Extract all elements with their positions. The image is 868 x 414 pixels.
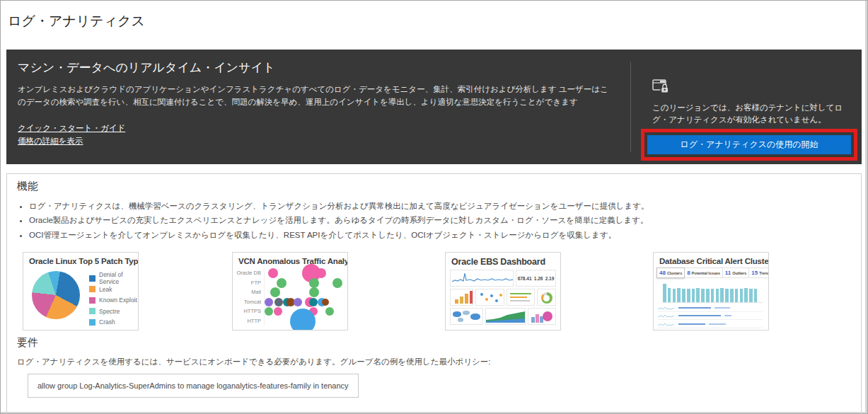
alert-link-line: [678, 315, 721, 316]
alert-bar: [720, 288, 724, 302]
alert-bar: [754, 289, 758, 303]
bubble-category-label: HTTP: [233, 316, 264, 326]
ebs-donut-panel: [537, 289, 556, 306]
thumbnail-ebs-dashboard: Oracle EBS Dashboard 678.411.262.19: [445, 252, 561, 330]
pricing-details-link[interactable]: 価格の詳細を表示: [18, 136, 83, 146]
alert-tab-count: 11: [725, 270, 731, 276]
alert-tab-count: 8: [687, 270, 690, 276]
ebs-metric: 678.41: [518, 276, 532, 281]
bubble-chart-category-labels: Oracle DBFTPMailTomcatHTTPSHTTP: [233, 268, 264, 326]
alert-tab-trends: 15Trends: [749, 268, 769, 278]
bubble: [290, 309, 316, 331]
ebs-row: [450, 308, 556, 325]
alert-bar: [701, 289, 705, 303]
features-list: ログ・アナリティクスは、機械学習ベースのクラスタリング、トランザクション分析およ…: [17, 199, 851, 242]
thumbnail-alert-clusters: Database Critical Alert Clusters 48Clust…: [653, 252, 769, 330]
start-using-log-analytics-button[interactable]: ログ・アナリティクスの使用の開始: [647, 135, 851, 154]
legend-item: Denial of Service: [89, 272, 138, 284]
alert-bar: [696, 288, 700, 302]
alert-link-line: [678, 307, 711, 309]
alert-tab-count: 15: [751, 270, 758, 276]
alert-link-line: [714, 307, 730, 309]
bubble: [268, 268, 278, 278]
legend-swatch: [89, 286, 96, 292]
bubble: [274, 298, 283, 306]
alert-table-row: [658, 320, 763, 328]
legend-label: Denial of Service: [99, 271, 138, 285]
legend-swatch: [89, 275, 96, 282]
banner-links: クイック・スタート・ガイド 価格の詳細を表示: [18, 123, 630, 146]
alert-table-row: [658, 304, 763, 312]
alert-link-line: [724, 315, 731, 316]
ebs-area-chart: [486, 309, 526, 324]
thumbnail-patch-types-chart: Oracle Linux Top 5 Patch Types Denial of…: [23, 252, 139, 330]
alert-bar: [749, 289, 753, 303]
ebs-metric-value: 1.26: [534, 276, 543, 281]
ebs-row: 678.411.262.19: [450, 270, 556, 287]
bubble-category-label: FTP: [233, 278, 264, 288]
policy-code-box: allow group Log-Analytics-SuperAdmins to…: [28, 374, 359, 398]
feature-bullet: ログ・アナリティクスは、機械学習ベースのクラスタリング、トランザクション分析およ…: [29, 199, 851, 213]
ebs-dashboard-title: Oracle EBS Dashboard: [446, 253, 560, 268]
legend-label: Known Exploit: [99, 297, 137, 304]
features-heading: 機能: [17, 180, 851, 193]
bubble: [309, 278, 319, 288]
alert-table-row: [658, 328, 763, 331]
bubble: [309, 298, 318, 306]
feature-bullet: OCI管理エージェントを介してオンプレミスからログを収集したり、REST API…: [29, 228, 851, 242]
alert-tab-label: Outliers: [732, 271, 746, 275]
alert-tab-label: Clusters: [667, 271, 682, 275]
quick-start-guide-link[interactable]: クイック・スタート・ガイド: [18, 123, 125, 134]
legend-label: Crash: [99, 318, 115, 326]
content-panel: 機能 ログ・アナリティクスは、機械学習ベースのクラスタリング、トランザクション分…: [6, 173, 862, 414]
alert-tab-outliers: 11Outliers: [723, 268, 749, 278]
bubble-chart-body: Oracle DBFTPMailTomcatHTTPSHTTP: [233, 268, 347, 326]
ebs-timeseries-sparkline: [451, 270, 514, 286]
bubble: [332, 278, 342, 288]
alert-table-row: [658, 312, 763, 321]
legend-item: Leak: [89, 284, 138, 295]
alert-link-line: [709, 323, 726, 325]
patch-types-chart-title: Oracle Linux Top 5 Patch Types: [23, 253, 138, 266]
banner-description: オンプレミスおよびクラウドのアプリケーションやインフラストラクチャのすべてのログ…: [18, 83, 615, 109]
ebs-donut-chart: [541, 292, 552, 304]
alert-bar: [706, 289, 710, 303]
bubble: [316, 268, 326, 278]
ebs-metrics-panel: 678.411.262.19: [516, 270, 556, 287]
ebs-metrics: 678.411.262.19: [516, 270, 555, 286]
page-title: ログ・アナリティクス: [1, 1, 867, 30]
vcn-chart-title: VCN Anomalous Traffic Analysis: [233, 253, 347, 266]
ebs-timeseries-panel: [450, 270, 514, 287]
bubble: [294, 298, 302, 306]
legend-label: Spectre: [99, 308, 120, 315]
feature-bullet: Oracle製品およびサービスの充実したエクスペリエンスとナレッジを活用します。…: [29, 213, 851, 227]
ebs-scatter-panel: [475, 289, 504, 306]
pie-chart-body: Denial of ServiceLeakKnown ExploitSpectr…: [23, 266, 138, 328]
ebs-metric-value: 2.19: [545, 276, 555, 281]
alert-bar: [668, 288, 671, 302]
pie-chart: [32, 271, 80, 319]
legend-swatch: [89, 308, 96, 314]
pie-legend: Denial of ServiceLeakKnown ExploitSpectr…: [89, 272, 138, 328]
legend-item: Known Exploit: [89, 294, 138, 306]
ebs-metric: 1.26: [534, 276, 543, 281]
alert-bar: [725, 289, 729, 303]
ebs-dashboard-body: 678.411.262.19: [450, 270, 556, 325]
annotation-highlight-box: ログ・アナリティクスの使用の開始: [641, 129, 857, 161]
legend-item: Crash: [89, 316, 138, 328]
bubble: [265, 307, 273, 316]
legend-swatch: [89, 319, 96, 326]
chart-thumbnails-row: Oracle Linux Top 5 Patch Types Denial of…: [17, 252, 851, 330]
policy-text: allow group Log-Analytics-SuperAdmins to…: [37, 381, 349, 390]
ebs-list-panel: [507, 289, 536, 306]
bubble-chart-plot: [264, 268, 345, 326]
requirements-text: ログ・アナリティクスを使用するには、サービスにオンボードできる必要があります。グ…: [17, 357, 851, 367]
alert-bar: [716, 289, 719, 303]
bubble-category-label: Tomcat: [233, 297, 264, 307]
alert-bar: [663, 284, 666, 303]
alert-sparkline: [658, 321, 675, 327]
page-frame: ログ・アナリティクス マシン・データへのリアルタイム・インサイト オンプレミスお…: [0, 0, 868, 414]
bubble-category-label: HTTPS: [233, 306, 264, 316]
thumbnail-vcn-traffic-chart: VCN Anomalous Traffic Analysis Oracle DB…: [232, 252, 348, 330]
alert-sparkline: [658, 313, 675, 318]
